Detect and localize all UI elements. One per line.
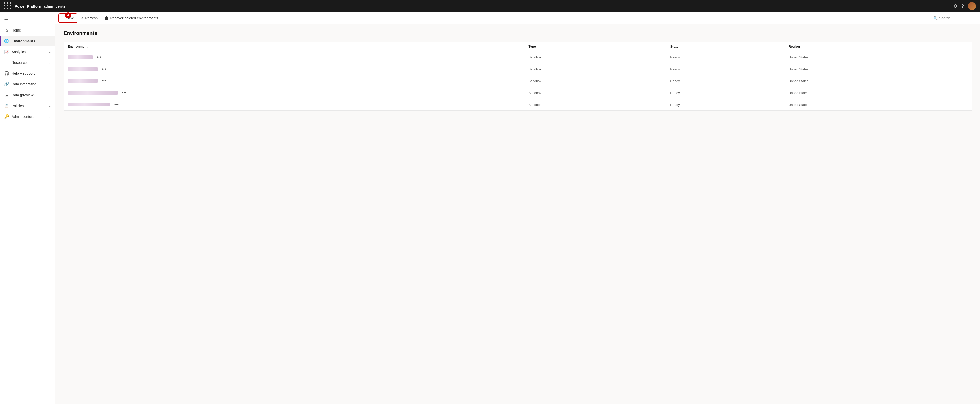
col-state: State (666, 42, 785, 51)
sidebar-item-label: Resources (11, 60, 46, 65)
env-region: United States (785, 51, 972, 63)
badge-4: 4 (65, 12, 71, 18)
row-more-button[interactable]: ••• (113, 102, 120, 107)
sidebar-item-label: Data integration (11, 82, 51, 86)
row-more-button[interactable]: ••• (121, 90, 128, 95)
analytics-icon: 📈 (4, 49, 9, 54)
search-icon: 🔍 (933, 16, 938, 20)
sidebar-item-label: Help + support (11, 71, 51, 75)
chevron-down-icon: ⌄ (49, 115, 51, 118)
sidebar-hamburger[interactable]: ☰ (0, 12, 55, 25)
refresh-icon: ↺ (80, 16, 84, 21)
sidebar-item-help-support[interactable]: 🎧 Help + support (0, 68, 55, 79)
table-row[interactable]: ••• Sandbox Ready United States (64, 51, 972, 63)
env-type: Sandbox (525, 99, 667, 111)
sidebar-item-label: Environments (11, 39, 51, 43)
refresh-button[interactable]: ↺ Refresh (77, 14, 100, 22)
env-region: United States (785, 99, 972, 111)
env-name-cell: ••• (64, 75, 525, 87)
search-placeholder: Search (939, 16, 950, 20)
environments-table: Environment Type State Region ••• (64, 42, 972, 111)
table-row[interactable]: ••• Sandbox Ready United States (64, 75, 972, 87)
help-icon[interactable]: ? (961, 3, 964, 9)
env-region: United States (785, 87, 972, 99)
main-content: 4 + New ↺ Refresh 🗑 Recover deleted envi… (56, 12, 980, 404)
policies-icon: 📋 (4, 103, 9, 108)
env-type: Sandbox (525, 51, 667, 63)
sidebar-item-label: Policies (11, 104, 46, 108)
table-row[interactable]: ••• Sandbox Ready United States (64, 99, 972, 111)
sidebar-item-policies[interactable]: 📋 Policies ⌄ (0, 100, 55, 111)
help-support-icon: 🎧 (4, 71, 9, 76)
row-more-button[interactable]: ••• (100, 78, 108, 84)
col-region: Region (785, 42, 972, 51)
app-title: Power Platform admin center (14, 4, 950, 8)
settings-icon[interactable]: ⚙ (953, 3, 957, 9)
env-state: Ready (666, 99, 785, 111)
env-name-blurred (68, 103, 110, 107)
env-state: Ready (666, 75, 785, 87)
data-preview-icon: ☁ (4, 92, 9, 97)
sidebar-item-analytics[interactable]: 📈 Analytics ⌄ (0, 46, 55, 57)
env-state: Ready (666, 87, 785, 99)
sidebar-item-label: Admin centers (11, 115, 46, 119)
toolbar: 4 + New ↺ Refresh 🗑 Recover deleted envi… (56, 12, 980, 24)
env-type: Sandbox (525, 75, 667, 87)
home-icon: ⌂ (4, 28, 9, 32)
table-row[interactable]: ••• Sandbox Ready United States (64, 63, 972, 75)
env-name-blurred (68, 67, 98, 71)
top-navigation: Power Platform admin center ⚙ ? (0, 0, 980, 12)
sidebar-item-resources[interactable]: 🖥 Resources ⌄ (0, 57, 55, 68)
col-environment: Environment (64, 42, 525, 51)
recover-button[interactable]: 🗑 Recover deleted environments (102, 14, 161, 22)
env-name-blurred (68, 56, 93, 59)
sidebar-item-admin-centers[interactable]: 🔑 Admin centers ⌄ (0, 111, 55, 122)
page-content: Environments Environment Type State Regi… (56, 24, 980, 404)
top-nav-icons: ⚙ ? (953, 2, 976, 10)
env-state: Ready (666, 63, 785, 75)
app-grid-menu[interactable] (4, 2, 11, 10)
sidebar-item-label: Data (preview) (11, 93, 51, 97)
env-region: United States (785, 75, 972, 87)
sidebar: ☰ ⌂ Home 🌐 Environments 📈 Analytics ⌄ 🖥 … (0, 12, 56, 404)
env-name-cell: ••• (64, 99, 525, 111)
table-row[interactable]: ••• Sandbox Ready United States (64, 87, 972, 99)
data-integration-icon: 🔗 (4, 82, 9, 86)
env-name-blurred (68, 79, 98, 83)
env-name-cell: ••• (64, 87, 525, 99)
chevron-down-icon: ⌄ (49, 50, 51, 54)
table-header: Environment Type State Region (64, 42, 972, 51)
sidebar-item-data-integration[interactable]: 🔗 Data integration (0, 79, 55, 89)
environments-icon: 🌐 (4, 38, 9, 43)
sidebar-item-label: Home (11, 28, 51, 32)
search-box[interactable]: 🔍 Search (931, 15, 976, 21)
env-type: Sandbox (525, 87, 667, 99)
page-title: Environments (64, 30, 972, 36)
chevron-down-icon: ⌄ (49, 104, 51, 108)
sidebar-item-data-preview[interactable]: ☁ Data (preview) (0, 89, 55, 100)
sidebar-item-home[interactable]: ⌂ Home (0, 25, 55, 35)
resources-icon: 🖥 (4, 60, 9, 65)
plus-icon: + (62, 16, 65, 21)
avatar[interactable] (968, 2, 976, 10)
admin-centers-icon: 🔑 (4, 114, 9, 119)
recover-icon: 🗑 (105, 16, 109, 21)
table-body: ••• Sandbox Ready United States ••• (64, 51, 972, 111)
env-type: Sandbox (525, 63, 667, 75)
row-more-button[interactable]: ••• (95, 54, 103, 60)
env-name-cell: ••• (64, 51, 525, 63)
env-name-cell: ••• (64, 63, 525, 75)
col-type: Type (525, 42, 667, 51)
sidebar-item-environments[interactable]: 🌐 Environments (0, 35, 55, 46)
recover-button-label: Recover deleted environments (110, 16, 158, 20)
row-more-button[interactable]: ••• (100, 66, 108, 72)
env-state: Ready (666, 51, 785, 63)
chevron-down-icon: ⌄ (49, 61, 51, 64)
app-body: ☰ ⌂ Home 🌐 Environments 📈 Analytics ⌄ 🖥 … (0, 12, 980, 404)
env-name-blurred (68, 91, 118, 94)
env-region: United States (785, 63, 972, 75)
refresh-button-label: Refresh (85, 16, 97, 20)
sidebar-item-label: Analytics (11, 50, 46, 54)
new-button-wrapper: 4 + New (59, 14, 76, 22)
